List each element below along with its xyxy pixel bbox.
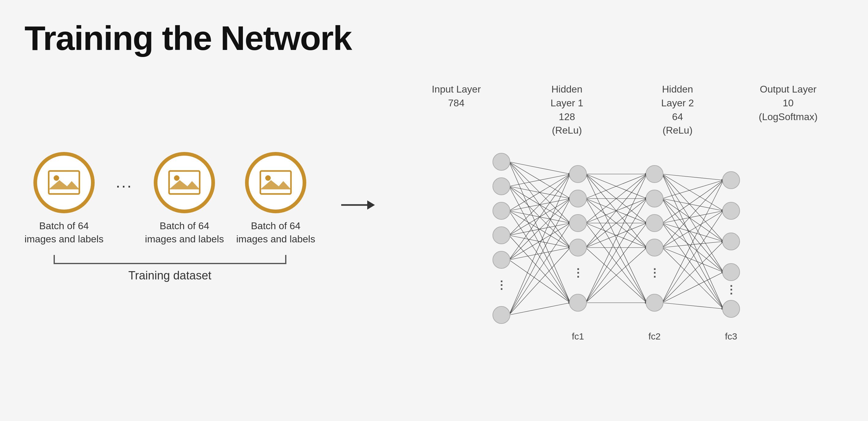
svg-point-105: [646, 190, 663, 207]
batch-label-2: Batch of 64images and labels: [145, 219, 224, 246]
svg-point-104: [646, 166, 663, 183]
svg-line-75: [662, 199, 723, 309]
svg-line-40: [509, 303, 570, 315]
svg-line-78: [662, 223, 723, 241]
arrow-section: [340, 197, 376, 213]
svg-point-113: [722, 264, 740, 281]
svg-point-110: [722, 172, 740, 189]
dots-separator: ...: [116, 173, 133, 191]
svg-line-81: [662, 180, 723, 247]
svg-point-94: [493, 227, 510, 244]
svg-point-111: [722, 202, 740, 219]
svg-line-15: [509, 162, 570, 303]
layer-h2-nodes: [646, 166, 663, 311]
svg-text:fc2: fc2: [648, 331, 661, 341]
svg-line-74: [662, 199, 723, 272]
page-title: Training the Network: [25, 19, 843, 58]
svg-line-88: [662, 241, 723, 303]
batch-item-3: Batch of 64images and labels: [236, 152, 315, 246]
layer-label-output: Output Layer10(LogSoftmax): [757, 83, 819, 137]
image-icon-2: [167, 170, 201, 196]
connections-2-3: [662, 174, 723, 309]
svg-line-71: [662, 180, 723, 199]
svg-point-1: [54, 175, 59, 181]
svg-line-84: [662, 247, 723, 272]
svg-point-92: [493, 178, 510, 195]
layer-input-nodes: [493, 153, 510, 324]
svg-line-67: [662, 174, 723, 211]
batch-item-1: Batch of 64images and labels: [25, 152, 103, 246]
batch-label-3: Batch of 64images and labels: [236, 219, 315, 246]
svg-line-82: [662, 211, 723, 247]
svg-point-106: [646, 214, 663, 232]
svg-text:fc1: fc1: [572, 331, 584, 341]
svg-point-99: [569, 190, 587, 207]
batch-circle-2: [154, 152, 215, 213]
svg-point-91: [493, 153, 510, 170]
network-section: Input Layer784 HiddenLayer 1128(ReLu) Hi…: [401, 83, 843, 352]
svg-line-69: [662, 174, 723, 272]
svg-point-98: [569, 166, 587, 183]
svg-rect-3: [169, 171, 200, 194]
svg-line-38: [509, 223, 570, 315]
svg-point-101: [569, 239, 587, 256]
svg-line-36: [509, 174, 570, 315]
svg-line-66: [662, 174, 723, 180]
svg-line-76: [662, 180, 723, 223]
svg-line-21: [509, 174, 570, 211]
image-icon-1: [47, 170, 81, 196]
network-labels: Input Layer784 HiddenLayer 1128(ReLu) Hi…: [401, 83, 843, 137]
connections-0-1: [509, 162, 570, 315]
batches-row: Batch of 64images and labels ... Batch o…: [25, 152, 315, 246]
left-section: Batch of 64images and labels ... Batch o…: [25, 152, 315, 282]
page: Training the Network Batch of 64images a…: [0, 0, 868, 421]
image-icon-3: [259, 170, 292, 196]
batch-label-1: Batch of 64images and labels: [25, 219, 103, 246]
svg-text:⋮: ⋮: [649, 267, 660, 279]
bracket-section: Training dataset: [25, 255, 315, 282]
network-diagram: ⋮ ⋮ ⋮: [462, 143, 783, 352]
svg-point-114: [722, 300, 740, 318]
svg-marker-5: [169, 180, 200, 189]
svg-point-100: [569, 214, 587, 232]
svg-line-80: [662, 223, 723, 309]
arrow-icon: [340, 197, 376, 213]
svg-line-34: [509, 247, 570, 260]
training-dataset-label: Training dataset: [128, 269, 211, 282]
svg-line-72: [662, 199, 723, 211]
svg-line-33: [509, 223, 570, 260]
svg-line-11: [509, 162, 570, 174]
svg-marker-8: [260, 180, 291, 189]
svg-text:⋮: ⋮: [496, 279, 507, 291]
svg-text:⋮: ⋮: [725, 283, 737, 296]
svg-line-31: [509, 174, 570, 260]
svg-line-83: [662, 241, 723, 247]
layer-h1-nodes: [569, 166, 587, 311]
svg-line-86: [662, 180, 723, 303]
svg-text:fc3: fc3: [725, 331, 737, 341]
svg-point-102: [569, 294, 587, 311]
layer-label-hidden1: HiddenLayer 1128(ReLu): [536, 83, 597, 137]
content-area: Batch of 64images and labels ... Batch o…: [25, 83, 843, 352]
svg-line-79: [662, 223, 723, 272]
svg-line-89: [662, 272, 723, 303]
svg-point-4: [174, 175, 180, 181]
svg-marker-10: [367, 201, 375, 210]
svg-marker-2: [49, 180, 79, 189]
svg-text:⋮: ⋮: [572, 267, 584, 279]
connections-1-2: [586, 174, 647, 303]
layer-label-hidden2: HiddenLayer 264(ReLu): [647, 83, 708, 137]
svg-point-96: [493, 306, 510, 324]
svg-line-77: [662, 211, 723, 223]
svg-rect-0: [49, 171, 79, 194]
svg-line-68: [662, 174, 723, 241]
batch-circle-3: [245, 152, 306, 213]
svg-line-73: [662, 199, 723, 241]
svg-point-107: [646, 239, 663, 256]
svg-line-16: [509, 174, 570, 186]
layer-label-input: Input Layer784: [426, 83, 487, 137]
svg-point-93: [493, 202, 510, 219]
svg-line-32: [509, 199, 570, 260]
svg-point-108: [646, 294, 663, 311]
svg-line-90: [662, 303, 723, 309]
